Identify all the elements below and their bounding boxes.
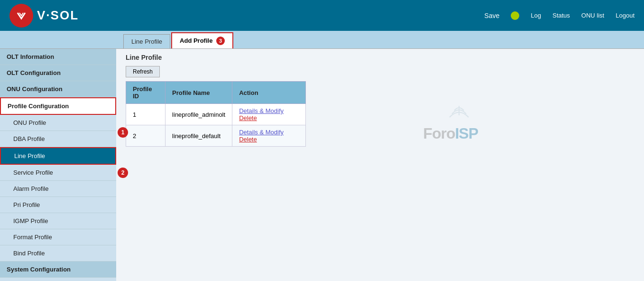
- delete-link-2[interactable]: Delete: [239, 136, 257, 143]
- main-layout: OLT Information OLT Configuration ONU Co…: [0, 49, 644, 281]
- sidebar-item-igmp-profile[interactable]: IGMP Profile: [0, 213, 116, 229]
- badge-2: 2: [118, 168, 128, 178]
- sidebar-item-onu-configuration[interactable]: ONU Configuration: [0, 81, 116, 97]
- cell-name-1: lineprofile_adminolt: [166, 104, 232, 125]
- col-profile-id: Profile ID: [126, 82, 166, 104]
- watermark: ForoISP: [423, 125, 478, 142]
- cell-action-2: Details & Modify Delete: [232, 125, 306, 147]
- tab-line-profile[interactable]: Line Profile: [123, 34, 170, 48]
- sidebar-item-profile-configuration[interactable]: Profile Configuration: [0, 97, 116, 115]
- header: V·SOL Save Log Status ONU list Logout: [0, 0, 644, 31]
- status-link[interactable]: Status: [552, 12, 570, 19]
- sidebar-item-line-profile[interactable]: Line Profile: [0, 147, 116, 165]
- sidebar-item-service-profile[interactable]: Service Profile: [0, 165, 116, 181]
- col-action: Action: [232, 82, 306, 104]
- sidebar-item-system-configuration[interactable]: System Configuration: [0, 262, 116, 278]
- sidebar-item-onu-profile[interactable]: ONU Profile: [0, 115, 116, 131]
- col-profile-name: Profile Name: [166, 82, 232, 104]
- header-right: Save Log Status ONU list Logout: [484, 11, 635, 20]
- logout-link[interactable]: Logout: [616, 12, 635, 19]
- delete-link-1[interactable]: Delete: [239, 114, 257, 122]
- details-modify-link-2[interactable]: Details & Modify: [239, 129, 284, 136]
- vsol-logo-icon: [9, 4, 33, 28]
- onu-list-link[interactable]: ONU list: [581, 12, 604, 19]
- table-row: 2 lineprofile_default Details & Modify D…: [126, 125, 306, 147]
- badge-1: 1: [118, 127, 128, 138]
- sidebar-item-olt-information[interactable]: OLT Information: [0, 49, 116, 65]
- profile-table: Profile ID Profile Name Action 1 linepro…: [126, 81, 306, 147]
- cell-name-2: lineprofile_default: [166, 125, 232, 147]
- brand-name: V·SOL: [37, 8, 79, 23]
- sidebar-item-format-profile[interactable]: Format Profile: [0, 229, 116, 245]
- cell-action-1: Details & Modify Delete: [232, 104, 306, 125]
- refresh-button[interactable]: Refresh: [126, 66, 160, 77]
- status-indicator: [511, 11, 519, 20]
- sidebar-item-dba-profile[interactable]: DBA Profile: [0, 131, 116, 147]
- sidebar-item-pri-profile[interactable]: Pri Profile: [0, 197, 116, 213]
- tab-bar: Line Profile Add Profile 3: [0, 31, 644, 49]
- details-modify-link-1[interactable]: Details & Modify: [239, 107, 284, 114]
- sidebar: OLT Information OLT Configuration ONU Co…: [0, 49, 116, 281]
- sidebar-item-olt-configuration[interactable]: OLT Configuration: [0, 65, 116, 81]
- content-area: Line Profile Refresh Profile ID Profile …: [116, 49, 644, 281]
- cell-id-2: 2: [126, 125, 166, 147]
- sidebar-item-bind-profile[interactable]: Bind Profile: [0, 245, 116, 262]
- sidebar-item-alarm-profile[interactable]: Alarm Profile: [0, 181, 116, 197]
- tab-add-profile[interactable]: Add Profile 3: [171, 32, 233, 48]
- log-link[interactable]: Log: [531, 12, 541, 19]
- table-row: 1 lineprofile_adminolt Details & Modify …: [126, 104, 306, 125]
- page-title: Line Profile: [126, 54, 635, 61]
- cell-id-1: 1: [126, 104, 166, 125]
- tab-badge: 3: [216, 37, 225, 45]
- logo-area: V·SOL: [9, 4, 79, 28]
- save-button[interactable]: Save: [484, 12, 499, 19]
